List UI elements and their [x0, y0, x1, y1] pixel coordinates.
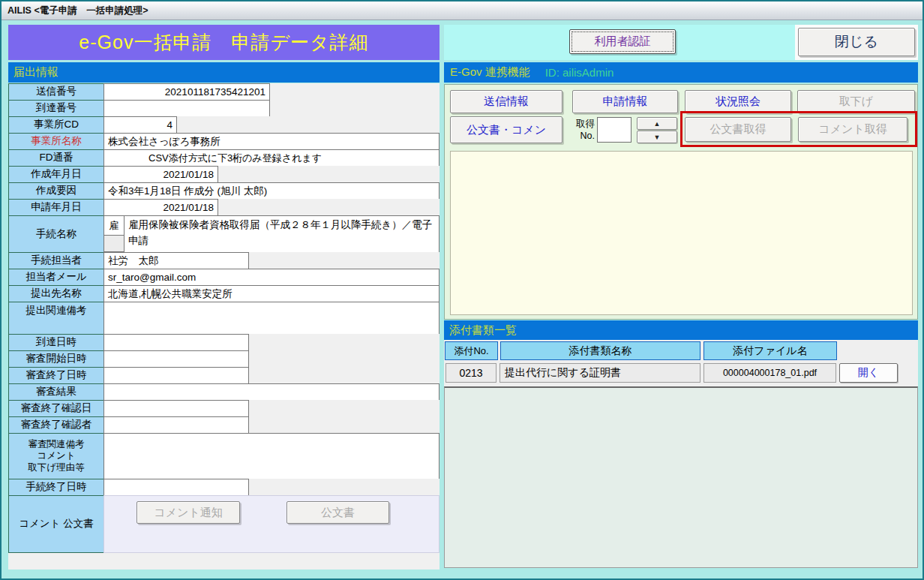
- jigyousho-meishou-input[interactable]: 株式会社さっぽろ事務所: [104, 133, 440, 150]
- form-row-sakusei-date: 作成年月日 2021/01/18: [8, 166, 440, 183]
- column-header-attach-file: 添付ファイル名: [704, 341, 837, 360]
- form-row-shinsa-kekka: 審査結果: [8, 383, 440, 401]
- form-row-kakunin-sha: 審査終了確認者: [8, 416, 440, 434]
- soushin-bangou-input[interactable]: 202101181735421201: [104, 83, 270, 101]
- sakusei-youin-input[interactable]: 令和3年1月18日 作成分 (旭川 太郎): [104, 182, 440, 200]
- get-comment-button[interactable]: コメント取得: [798, 117, 908, 142]
- window-titlebar: AILIS <電子申請 一括申請処理>: [2, 2, 922, 20]
- get-no-input[interactable]: [597, 117, 632, 143]
- field-label: 手続終了日時: [8, 479, 104, 496]
- field-label: 担当者メール: [8, 269, 104, 286]
- form-row-shinsa-bikou: 審査関連備考 コメント 取下げ理由等: [8, 433, 440, 479]
- result-display-area[interactable]: [450, 151, 913, 315]
- toutatsu-bangou-input[interactable]: [104, 100, 270, 117]
- field-label: 作成年月日: [8, 166, 104, 183]
- shinsa-shuuryou-input[interactable]: [104, 367, 249, 384]
- field-label: 審査終了確認日: [8, 400, 104, 417]
- get-no-label: 取得 No.: [565, 118, 595, 143]
- tetsuzuki-shuuryou-input[interactable]: [104, 479, 249, 496]
- form-row-shinsa-kaishi: 審査開始日時: [8, 350, 440, 368]
- egov-title: E-Gov 連携機能: [450, 65, 530, 80]
- spinner-down-icon[interactable]: ▼: [637, 131, 677, 143]
- form-row-shinsa-shuuryou: 審査終了日時: [8, 367, 440, 384]
- field-label: 作成要因: [8, 182, 104, 200]
- teishutsusaki-input[interactable]: 北海道,札幌公共職業安定所: [104, 285, 440, 302]
- field-label: 審査結果: [8, 383, 104, 401]
- tetsuzuki-meishou-input[interactable]: 雇用保険被保険者資格取得届（平成２８年１月以降手続き）／電子申請: [124, 215, 440, 253]
- field-label: 事業所CD: [8, 116, 104, 134]
- egov-function-panel: 送信情報 申請情報 状況照会 取下げ 公文書・コメン 取得 No. ▲ ▼ 公文…: [444, 84, 918, 320]
- kakunin-bi-input[interactable]: [104, 400, 249, 417]
- field-label: 到達番号: [8, 100, 104, 117]
- form-row-soushin-bangou: 送信番号 202101181735421201: [8, 83, 440, 101]
- form-row-tantousha-mail: 担当者メール sr_taro@gmail.com: [8, 269, 440, 286]
- attach-row-name: 提出代行に関する証明書: [500, 363, 700, 383]
- section-header-egov: E-Gov 連携機能 ID: ailisAdmin: [444, 62, 918, 83]
- sakusei-date-input[interactable]: 2021/01/18: [104, 166, 218, 183]
- form-row-fd-tsuuban: FD通番 CSV添付方式に下3桁のみ登録されます: [8, 149, 440, 167]
- send-info-button[interactable]: 送信情報: [450, 90, 562, 113]
- field-label: 手続担当者: [8, 252, 104, 269]
- kakunin-sha-input[interactable]: [104, 416, 249, 434]
- shinsa-bikou-input[interactable]: [104, 433, 440, 479]
- koubunsho-button[interactable]: 公文書: [286, 501, 389, 524]
- teishutsu-bikou-input[interactable]: [104, 302, 440, 335]
- form-row-tetsuzuki-meishou: 手続名称 雇 雇用保険被保険者資格取得届（平成２８年１月以降手続き）／電子申請: [8, 215, 440, 253]
- attach-row-file: 000004000178_01.pdf: [704, 363, 836, 383]
- fd-tsuuban-note: CSV添付方式に下3桁のみ登録されます: [144, 149, 440, 167]
- form-row-sakusei-youin: 作成要因 令和3年1月18日 作成分 (旭川 太郎): [8, 182, 440, 200]
- form-row-comment-koubunsho: コメント 公文書 コメント通知 公文書: [8, 495, 440, 553]
- field-label: 審査開始日時: [8, 350, 104, 368]
- form-row-shinsei-date: 申請年月日 2021/01/18: [8, 199, 440, 216]
- shinsei-date-input[interactable]: 2021/01/18: [104, 199, 218, 216]
- form-row-toutatsu-bangou: 到達番号: [8, 100, 440, 117]
- shinsa-kaishi-input[interactable]: [104, 350, 249, 368]
- field-label: コメント 公文書: [8, 495, 104, 553]
- apply-info-button[interactable]: 申請情報: [572, 90, 678, 113]
- fd-tsuuban-input[interactable]: [104, 149, 145, 167]
- field-label: 提出先名称: [8, 285, 104, 302]
- tantousha-mail-input[interactable]: sr_taro@gmail.com: [104, 269, 440, 286]
- field-label: 申請年月日: [8, 199, 104, 216]
- field-label: 到達日時: [8, 334, 104, 351]
- attachments-panel: 添付No. 添付書類名称 添付ファイル名 0213 提出代行に関する証明書 00…: [444, 340, 918, 568]
- form-row-teishutsu-bikou: 提出関連備考: [8, 302, 440, 335]
- field-label: 手続名称: [8, 215, 104, 253]
- form-row-tantousha: 手続担当者 社労 太郎: [8, 252, 440, 269]
- column-header-attach-no: 添付No.: [445, 341, 498, 360]
- status-inquiry-button[interactable]: 状況照会: [685, 90, 791, 113]
- tantousha-input[interactable]: 社労 太郎: [104, 252, 249, 269]
- field-label-required: 事業所名称: [8, 133, 104, 150]
- comment-tsuuchi-button[interactable]: コメント通知: [136, 501, 240, 524]
- form-row-jigyousho-cd: 事業所CD 4: [8, 116, 440, 134]
- shinsa-kekka-input[interactable]: [104, 383, 440, 401]
- tetsuzuki-prefix-cell-empty: [104, 235, 124, 252]
- field-label: 審査関連備考 コメント 取下げ理由等: [8, 433, 104, 479]
- field-label: 審査終了日時: [8, 367, 104, 384]
- user-auth-button[interactable]: 利用者認証: [569, 29, 676, 54]
- field-label: 送信番号: [8, 83, 104, 101]
- section-header-notification: 届出情報: [8, 62, 440, 83]
- spinner-up-icon[interactable]: ▲: [637, 117, 677, 130]
- field-label: 審査終了確認者: [8, 416, 104, 434]
- withdraw-button[interactable]: 取下げ: [797, 90, 915, 113]
- app-window: AILIS <電子申請 一括申請処理> e-Gov一括申請 申請データ詳細 届出…: [0, 0, 924, 580]
- column-header-attach-name: 添付書類名称: [500, 341, 700, 360]
- section-header-attachments: 添付書類一覧: [444, 320, 918, 340]
- page-title: e-Gov一括申請 申請データ詳細: [8, 25, 440, 60]
- koubunsho-comment-button[interactable]: 公文書・コメン: [450, 116, 562, 143]
- tetsuzuki-prefix-cell[interactable]: 雇: [104, 215, 124, 236]
- top-right-strip: 利用者認証 閉じる: [444, 25, 918, 60]
- jigyousho-cd-input[interactable]: 4: [104, 116, 177, 134]
- toutatsu-nichiji-input[interactable]: [104, 334, 249, 351]
- close-button[interactable]: 閉じる: [798, 28, 915, 56]
- form-row-jigyousho-meishou: 事業所名称 株式会社さっぽろ事務所: [8, 133, 440, 150]
- notification-form: 送信番号 202101181735421201 到達番号 事業所CD 4 事業所…: [8, 84, 440, 569]
- attach-row-no: 0213: [446, 363, 496, 383]
- field-label: FD通番: [8, 149, 104, 167]
- window-title: AILIS <電子申請 一括申請処理>: [8, 5, 148, 17]
- comment-koubunsho-area: コメント通知 公文書: [104, 495, 440, 553]
- get-koubunsho-button[interactable]: 公文書取得: [685, 117, 791, 142]
- open-attachment-button[interactable]: 開く: [839, 363, 898, 383]
- attachments-empty-list[interactable]: [444, 386, 918, 568]
